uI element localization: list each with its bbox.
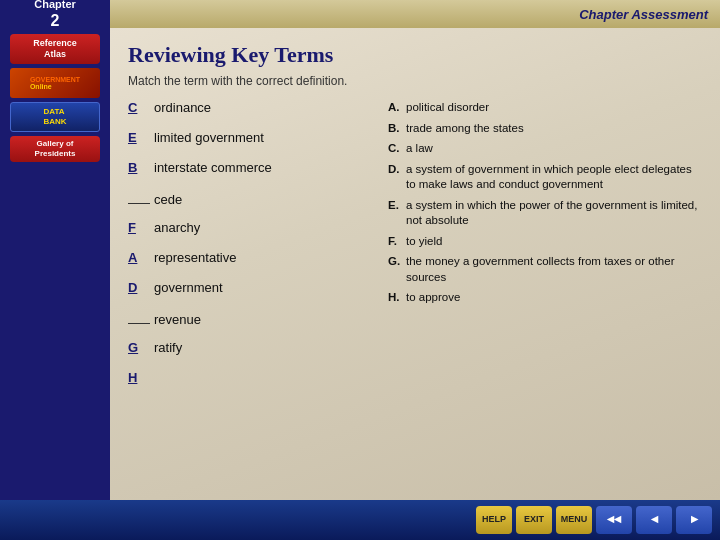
def-row-b: B. trade among the states <box>388 121 702 137</box>
term-blank-10: H <box>128 370 150 385</box>
def-text-f: to yield <box>406 234 702 250</box>
prev-back-icon: ◀◀ <box>607 515 621 525</box>
chapter-label: Chapter <box>34 0 76 11</box>
help-button[interactable]: HELP <box>476 506 512 534</box>
term-text-8: revenue <box>154 312 201 327</box>
prev-icon: ◀ <box>651 515 658 525</box>
term-blank-3: B <box>128 160 150 175</box>
defs-column: A. political disorder B. trade among the… <box>388 100 702 400</box>
sidebar-item-government-online[interactable]: GOVERNMENTOnline <box>10 68 100 98</box>
next-icon: ▶ <box>691 515 698 525</box>
def-row-a: A. political disorder <box>388 100 702 116</box>
sidebar-label-data-bank: DATABANK <box>43 107 66 126</box>
exit-button[interactable]: EXIT <box>516 506 552 534</box>
sidebar-item-gallery-of-presidents[interactable]: Gallery ofPresidents <box>10 136 100 163</box>
sidebar-label-gallery: Gallery ofPresidents <box>35 139 76 158</box>
term-text-4: cede <box>154 192 182 207</box>
def-text-g: the money a government collects from tax… <box>406 254 702 285</box>
def-row-c: C. a law <box>388 141 702 157</box>
term-row-6: A representative <box>128 250 368 274</box>
def-text-b: trade among the states <box>406 121 702 137</box>
term-blank-1: C <box>128 100 150 115</box>
chapter-tab: Chapter 2 <box>0 0 110 28</box>
sidebar-label-government-online: GOVERNMENTOnline <box>30 76 80 90</box>
def-letter-g: G. <box>388 254 406 285</box>
term-blank-9: G <box>128 340 150 355</box>
term-blank-7: D <box>128 280 150 295</box>
menu-button[interactable]: MENU <box>556 506 592 534</box>
term-text-3: interstate commerce <box>154 160 272 175</box>
term-blank-6: A <box>128 250 150 265</box>
sidebar-label-reference-atlas: ReferenceAtlas <box>33 38 77 59</box>
def-letter-c: C. <box>388 141 406 157</box>
term-text-7: government <box>154 280 223 295</box>
term-blank-5: F <box>128 220 150 235</box>
top-bar: Chapter 2 Chapter Assessment <box>0 0 720 28</box>
term-blank-4 <box>128 190 150 204</box>
term-text-6: representative <box>154 250 236 265</box>
bottom-nav-bar: HELP EXIT MENU ◀◀ ◀ ▶ <box>0 500 720 540</box>
term-row-5: F anarchy <box>128 220 368 244</box>
def-text-h: to approve <box>406 290 702 306</box>
term-row-1: C ordinance <box>128 100 368 124</box>
term-row-7: D government <box>128 280 368 304</box>
sidebar-item-reference-atlas[interactable]: ReferenceAtlas <box>10 34 100 64</box>
term-text-9: ratify <box>154 340 182 355</box>
def-row-f: F. to yield <box>388 234 702 250</box>
def-letter-b: B. <box>388 121 406 137</box>
term-row-3: B interstate commerce <box>128 160 368 184</box>
def-letter-a: A. <box>388 100 406 116</box>
def-row-g: G. the money a government collects from … <box>388 254 702 285</box>
def-row-e: E. a system in which the power of the go… <box>388 198 702 229</box>
content-columns: C ordinance E limited government B inter… <box>128 100 702 400</box>
assessment-label: Chapter Assessment <box>579 7 708 22</box>
term-row-10: H <box>128 370 368 394</box>
def-row-d: D. a system of government in which peopl… <box>388 162 702 193</box>
term-text-1: ordinance <box>154 100 211 115</box>
term-row-8: revenue <box>128 310 368 334</box>
exit-label: EXIT <box>524 515 544 525</box>
term-blank-2: E <box>128 130 150 145</box>
def-letter-f: F. <box>388 234 406 250</box>
term-row-2: E limited government <box>128 130 368 154</box>
term-text-5: anarchy <box>154 220 200 235</box>
prev-button[interactable]: ◀ <box>636 506 672 534</box>
def-letter-h: H. <box>388 290 406 306</box>
def-text-d: a system of government in which people e… <box>406 162 702 193</box>
def-text-c: a law <box>406 141 702 157</box>
def-letter-d: D. <box>388 162 406 193</box>
prev-back-button[interactable]: ◀◀ <box>596 506 632 534</box>
sidebar-item-data-bank[interactable]: DATABANK <box>10 102 100 132</box>
term-text-2: limited government <box>154 130 264 145</box>
instruction: Match the term with the correct definiti… <box>128 74 702 88</box>
def-letter-e: E. <box>388 198 406 229</box>
main-content: Reviewing Key Terms Match the term with … <box>110 28 720 500</box>
term-blank-8 <box>128 310 150 324</box>
page-title: Reviewing Key Terms <box>128 42 702 68</box>
next-button[interactable]: ▶ <box>676 506 712 534</box>
term-row-4: cede <box>128 190 368 214</box>
term-row-9: G ratify <box>128 340 368 364</box>
help-label: HELP <box>482 515 506 525</box>
menu-label: MENU <box>561 515 588 525</box>
def-text-e: a system in which the power of the gover… <box>406 198 702 229</box>
def-text-a: political disorder <box>406 100 702 116</box>
sidebar: ReferenceAtlas GOVERNMENTOnline DATABANK… <box>0 28 110 500</box>
terms-column: C ordinance E limited government B inter… <box>128 100 368 400</box>
chapter-assessment-bar: Chapter Assessment <box>110 0 720 28</box>
def-row-h: H. to approve <box>388 290 702 306</box>
